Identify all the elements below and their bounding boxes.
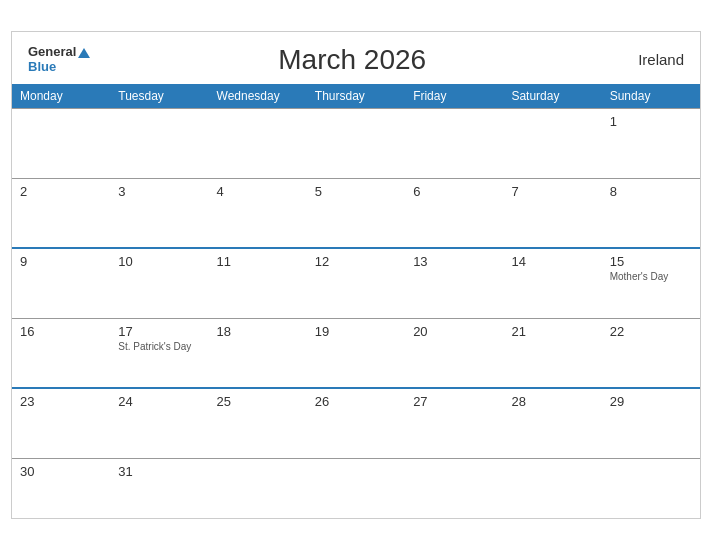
- calendar-cell: [405, 458, 503, 518]
- calendar-week-2: 9101112131415Mother's Day: [12, 248, 700, 318]
- calendar-week-0: 1: [12, 108, 700, 178]
- calendar-cell: 22: [602, 318, 700, 388]
- cell-day-number: 22: [610, 324, 692, 339]
- logo-top: General: [28, 45, 90, 59]
- cell-event-label: St. Patrick's Day: [118, 341, 200, 353]
- calendar-cell: [602, 458, 700, 518]
- calendar-cell: 13: [405, 248, 503, 318]
- logo-blue: Blue: [28, 60, 56, 74]
- calendar-cell: [110, 108, 208, 178]
- calendar-cell: 8: [602, 178, 700, 248]
- cell-day-number: 30: [20, 464, 102, 479]
- calendar-cell: 17St. Patrick's Day: [110, 318, 208, 388]
- cell-day-number: 13: [413, 254, 495, 269]
- calendar-grid: MondayTuesdayWednesdayThursdayFridaySatu…: [12, 84, 700, 519]
- weekday-thursday: Thursday: [307, 84, 405, 109]
- calendar-cell: [209, 108, 307, 178]
- calendar-cell: 12: [307, 248, 405, 318]
- cell-day-number: 4: [217, 184, 299, 199]
- cell-day-number: 19: [315, 324, 397, 339]
- calendar-cell: [307, 108, 405, 178]
- calendar-header: General Blue March 2026 Ireland: [12, 32, 700, 84]
- calendar-cell: 23: [12, 388, 110, 458]
- cell-day-number: 15: [610, 254, 692, 269]
- calendar-cell: 31: [110, 458, 208, 518]
- cell-day-number: 31: [118, 464, 200, 479]
- calendar-cell: [503, 458, 601, 518]
- logo-general: General: [28, 45, 76, 59]
- weekday-wednesday: Wednesday: [209, 84, 307, 109]
- cell-day-number: 18: [217, 324, 299, 339]
- calendar-cell: 3: [110, 178, 208, 248]
- cell-day-number: 1: [610, 114, 692, 129]
- calendar-cell: 19: [307, 318, 405, 388]
- calendar-cell: 1: [602, 108, 700, 178]
- calendar-cell: 2: [12, 178, 110, 248]
- weekday-friday: Friday: [405, 84, 503, 109]
- cell-day-number: 26: [315, 394, 397, 409]
- cell-day-number: 27: [413, 394, 495, 409]
- weekday-sunday: Sunday: [602, 84, 700, 109]
- calendar-cell: 18: [209, 318, 307, 388]
- weekday-header-row: MondayTuesdayWednesdayThursdayFridaySatu…: [12, 84, 700, 109]
- cell-day-number: 10: [118, 254, 200, 269]
- cell-day-number: 20: [413, 324, 495, 339]
- cell-day-number: 5: [315, 184, 397, 199]
- logo: General Blue: [28, 45, 90, 74]
- cell-day-number: 28: [511, 394, 593, 409]
- cell-day-number: 6: [413, 184, 495, 199]
- cell-day-number: 21: [511, 324, 593, 339]
- calendar-cell: 28: [503, 388, 601, 458]
- cell-day-number: 16: [20, 324, 102, 339]
- calendar-cell: 6: [405, 178, 503, 248]
- calendar-cell: 7: [503, 178, 601, 248]
- calendar-week-3: 1617St. Patrick's Day1819202122: [12, 318, 700, 388]
- calendar-cell: [405, 108, 503, 178]
- logo-triangle-icon: [78, 48, 90, 58]
- calendar-cell: [209, 458, 307, 518]
- cell-event-label: Mother's Day: [610, 271, 692, 283]
- calendar-cell: 15Mother's Day: [602, 248, 700, 318]
- calendar-week-1: 2345678: [12, 178, 700, 248]
- weekday-tuesday: Tuesday: [110, 84, 208, 109]
- cell-day-number: 7: [511, 184, 593, 199]
- cell-day-number: 3: [118, 184, 200, 199]
- cell-day-number: 9: [20, 254, 102, 269]
- calendar-title: March 2026: [90, 44, 614, 76]
- calendar-cell: 20: [405, 318, 503, 388]
- calendar-cell: 26: [307, 388, 405, 458]
- cell-day-number: 11: [217, 254, 299, 269]
- calendar-cell: [12, 108, 110, 178]
- cell-day-number: 17: [118, 324, 200, 339]
- cell-day-number: 25: [217, 394, 299, 409]
- calendar-cell: 11: [209, 248, 307, 318]
- calendar-week-4: 23242526272829: [12, 388, 700, 458]
- cell-day-number: 2: [20, 184, 102, 199]
- calendar-cell: 25: [209, 388, 307, 458]
- calendar-cell: 9: [12, 248, 110, 318]
- calendar-cell: 21: [503, 318, 601, 388]
- calendar-cell: 29: [602, 388, 700, 458]
- calendar-cell: 30: [12, 458, 110, 518]
- calendar-cell: 24: [110, 388, 208, 458]
- cell-day-number: 29: [610, 394, 692, 409]
- calendar-cell: 14: [503, 248, 601, 318]
- calendar-cell: 4: [209, 178, 307, 248]
- calendar-country: Ireland: [614, 51, 684, 68]
- calendar-week-5: 3031: [12, 458, 700, 518]
- cell-day-number: 12: [315, 254, 397, 269]
- cell-day-number: 24: [118, 394, 200, 409]
- weekday-monday: Monday: [12, 84, 110, 109]
- calendar-cell: [503, 108, 601, 178]
- calendar-cell: [307, 458, 405, 518]
- weekday-saturday: Saturday: [503, 84, 601, 109]
- calendar-cell: 27: [405, 388, 503, 458]
- cell-day-number: 8: [610, 184, 692, 199]
- calendar-cell: 10: [110, 248, 208, 318]
- calendar-cell: 16: [12, 318, 110, 388]
- calendar-container: General Blue March 2026 Ireland MondayTu…: [11, 31, 701, 520]
- cell-day-number: 14: [511, 254, 593, 269]
- cell-day-number: 23: [20, 394, 102, 409]
- calendar-cell: 5: [307, 178, 405, 248]
